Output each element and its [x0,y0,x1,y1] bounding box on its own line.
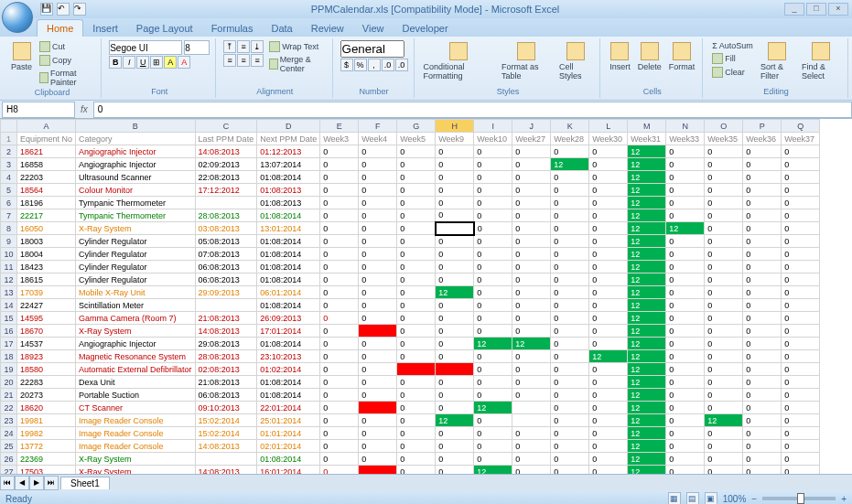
cell[interactable]: 0 [512,248,551,261]
cell[interactable]: 0 [436,389,474,402]
cell[interactable]: Magnetic Resonance System [76,350,196,363]
row-header-11[interactable]: 11 [1,261,17,273]
cell[interactable]: 0 [551,222,589,235]
cell[interactable]: 12 [628,299,666,312]
cell[interactable]: 0 [743,427,782,440]
sort-filter-button[interactable]: Sort & Filter [759,40,796,82]
row-header-18[interactable]: 18 [1,350,17,363]
cell-styles-button[interactable]: Cell Styles [557,40,594,82]
cell[interactable]: 0 [320,197,359,209]
cell[interactable]: 0 [512,273,551,286]
cell[interactable]: Tympanic Thermometer [76,209,196,222]
cell[interactable]: Tympanic Thermometer [76,197,196,209]
cell[interactable]: Scintillation Meter [76,299,196,312]
cell[interactable]: 0 [743,145,782,158]
cell[interactable] [359,325,397,338]
col-header-P[interactable]: P [743,120,782,133]
cell[interactable]: 0 [359,440,397,453]
cell[interactable]: 0 [397,184,436,197]
cell[interactable] [397,363,436,376]
cell[interactable]: 0 [474,299,512,312]
fx-icon[interactable]: fx [75,104,93,114]
cell[interactable]: 0 [743,171,782,184]
cell[interactable]: 0 [551,440,589,453]
cell[interactable]: 0 [436,338,474,350]
cell[interactable]: 0 [782,338,820,350]
cell[interactable]: 0 [782,286,820,299]
cell[interactable]: 0 [512,427,551,440]
cell[interactable]: 0 [359,299,397,312]
cell[interactable]: 0 [474,389,512,402]
cell[interactable]: 0 [474,350,512,363]
cell[interactable]: 0 [397,273,436,286]
find-select-button[interactable]: Find & Select [800,40,842,82]
cell[interactable]: 0 [666,376,705,389]
row-header-5[interactable]: 5 [1,184,17,197]
cell[interactable]: 0 [705,261,743,273]
delete-button[interactable]: Delete [636,40,663,73]
cell[interactable]: 12 [589,350,628,363]
row-header-13[interactable]: 13 [1,286,17,299]
cell[interactable]: 0 [551,402,589,414]
cell[interactable]: 0 [320,261,359,273]
cell[interactable]: 0 [782,312,820,325]
copy-button[interactable]: Copy [38,54,95,67]
font-name-combo[interactable] [109,40,182,55]
cell[interactable]: 0 [782,363,820,376]
align-bottom-icon[interactable]: ⤓ [251,40,264,53]
cell[interactable]: 18196 [17,197,76,209]
cell[interactable]: 22427 [17,299,76,312]
cell[interactable]: 0 [320,273,359,286]
cell[interactable]: 0 [782,350,820,363]
cell[interactable]: Dexa Unit [76,376,196,389]
cell[interactable] [359,466,397,475]
cell[interactable]: 0 [436,171,474,184]
cell[interactable]: 01:02:2014 [257,363,320,376]
row-header-3[interactable]: 3 [1,158,17,171]
minimize-button[interactable]: _ [784,3,804,16]
cell[interactable]: 0 [397,376,436,389]
cell[interactable]: 0 [474,440,512,453]
row-header-25[interactable]: 25 [1,440,17,453]
cell[interactable]: 0 [359,145,397,158]
cell[interactable]: 0 [589,466,628,475]
cell[interactable]: 0 [705,453,743,466]
paste-button[interactable]: Paste [9,40,34,73]
row-header-26[interactable]: 26 [1,453,17,466]
increase-decimal-icon[interactable]: .0 [382,59,394,71]
cell[interactable]: 0 [551,414,589,427]
cell[interactable]: 0 [436,248,474,261]
cell[interactable]: 0 [436,197,474,209]
cell[interactable]: Cylinder Regulator [76,248,196,261]
cell[interactable]: 0 [705,402,743,414]
cell[interactable]: 0 [551,466,589,475]
cell[interactable]: 0 [320,466,359,475]
underline-button[interactable]: U [136,56,149,69]
cell[interactable]: Cylinder Regulator [76,235,196,248]
row-header-21[interactable]: 21 [1,389,17,402]
cell[interactable]: 0 [705,325,743,338]
cell[interactable]: 0 [782,158,820,171]
cell[interactable]: 0 [782,145,820,158]
cell[interactable]: 0 [474,325,512,338]
cell[interactable]: 0 [666,402,705,414]
row-header-4[interactable]: 4 [1,171,17,184]
cell[interactable]: 15:02:2014 [195,427,257,440]
cell[interactable]: 0 [782,171,820,184]
cell[interactable]: 0 [474,427,512,440]
cell[interactable]: 0 [474,312,512,325]
row-header-10[interactable]: 10 [1,248,17,261]
cell[interactable]: 14537 [17,338,76,350]
cell[interactable]: 0 [589,209,628,222]
cell[interactable]: 0 [359,171,397,184]
cell[interactable]: 0 [512,235,551,248]
cell[interactable]: 0 [320,427,359,440]
cell[interactable]: 0 [397,453,436,466]
row-header-2[interactable]: 2 [1,145,17,158]
header-cell[interactable]: Week36 [743,133,782,145]
cell[interactable]: 12 [628,402,666,414]
cell[interactable]: 0 [474,184,512,197]
format-as-table-button[interactable]: Format as Table [500,40,554,82]
tab-page-layout[interactable]: Page Layout [127,20,202,37]
cell[interactable]: 0 [705,248,743,261]
